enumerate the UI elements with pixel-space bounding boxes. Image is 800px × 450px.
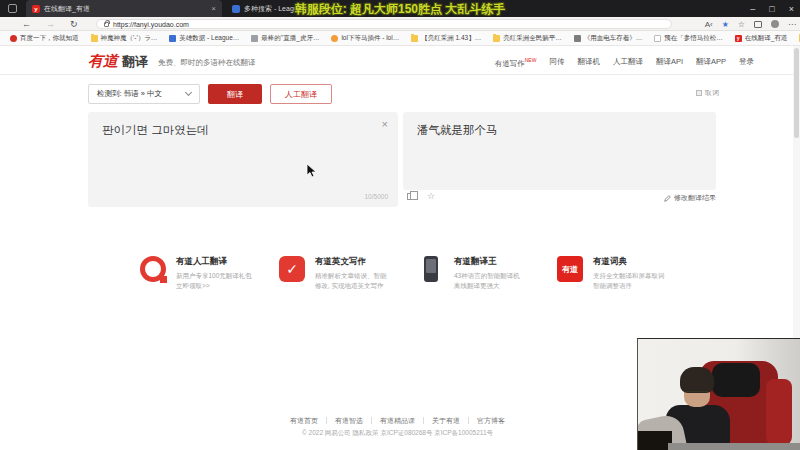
footer-link-home[interactable]: 有道首页 — [282, 417, 327, 424]
footer-link-zhixuan[interactable]: 有道智选 — [327, 417, 372, 424]
bookmark-home[interactable]: 《用血电车存着》… — [574, 34, 643, 43]
favorites-star-icon[interactable]: ★ — [722, 20, 729, 29]
pick-word-icon — [696, 90, 702, 96]
language-select[interactable]: 检测到: 韩语 » 中文 — [88, 84, 200, 104]
login-link[interactable]: 登录 — [739, 57, 754, 67]
favorite-star-icon[interactable]: ☆ — [427, 191, 435, 201]
language-select-value: 检测到: 韩语 » 中文 — [97, 89, 162, 99]
collections-icon[interactable] — [754, 21, 762, 28]
lol-favicon — [232, 5, 240, 13]
pencil-icon — [664, 195, 671, 202]
site-nav: 有道写作NEW 同传 翻译机 人工翻译 翻译API 翻译APP 登录 — [495, 57, 754, 69]
footer-link-course[interactable]: 有道精品课 — [372, 417, 424, 424]
baidu-icon — [10, 35, 17, 42]
site-icon — [251, 35, 258, 42]
desk-object — [638, 431, 672, 450]
desk-edge — [668, 443, 800, 450]
address-bar[interactable]: https://fanyi.youdao.com — [96, 19, 672, 29]
bookmark-youdao[interactable]: y在线翻译_有道 — [735, 34, 788, 43]
chevron-down-icon — [185, 89, 192, 96]
site-tagline: 免费、即时的多语种在线翻译 — [158, 58, 256, 68]
streamer-glasses — [686, 391, 708, 395]
bookmark-page[interactable]: 预在「参悟马拉松… — [654, 34, 723, 43]
result-text: 潘气就是那个马 — [417, 123, 498, 138]
human-translate-icon — [140, 256, 166, 282]
youdao-icon: y — [735, 35, 742, 42]
char-count: 10/5000 — [365, 193, 389, 200]
copy-icon[interactable] — [407, 193, 413, 200]
youdao-dict-icon: 有道 — [557, 256, 583, 282]
nav-rengong[interactable]: 人工翻译 — [613, 57, 643, 67]
feature-human-translate[interactable]: 有道人工翻译 新用户专享100元翻译礼包立即领取>> — [140, 256, 268, 291]
writing-check-icon: ✓ — [279, 256, 305, 282]
webcam-overlay — [637, 338, 800, 450]
bookmark-huya[interactable]: 最棒的''直播_虎牙… — [251, 34, 319, 43]
forward-icon[interactable]: → — [46, 19, 55, 29]
stream-overlay-banner: 韩服段位: 超凡大师150胜点 大乱斗练手 — [295, 1, 506, 18]
favorites-add-icon[interactable]: ☆ — [738, 20, 745, 29]
browser-titlebar: y 在线翻译_有道 × 多种搜索 - League of Legends × +… — [0, 0, 800, 17]
bookmark-baidu[interactable]: 百度一下，你就知道 — [10, 34, 79, 43]
youdao-logo[interactable]: 有道 — [88, 52, 118, 71]
nav-tongchuan[interactable]: 同传 — [549, 57, 564, 67]
tab-youdao[interactable]: y 在线翻译_有道 × — [26, 0, 222, 17]
nav-fanyiji[interactable]: 翻译机 — [577, 57, 600, 67]
more-menu-icon[interactable]: ⋯ — [788, 20, 796, 29]
tab-list-icon[interactable] — [8, 4, 17, 13]
bookmark-folder-2[interactable]: 【亮红采洲 1.43】… — [411, 34, 481, 43]
mouse-cursor — [306, 163, 318, 179]
bookmark-lol-plugin[interactable]: lol下等马插件 - lol… — [331, 34, 399, 43]
feature-dictionary[interactable]: 有道 有道词典 支持全文翻译和屏幕取词智能调整语序 — [557, 256, 685, 291]
home-icon — [574, 35, 581, 42]
pick-word-toggle[interactable]: 取词 — [696, 88, 719, 98]
nav-xiezuo[interactable]: 有道写作NEW — [495, 57, 537, 69]
edit-result-link[interactable]: 修改翻译结果 — [664, 193, 716, 203]
fanyi-logo[interactable]: 翻译 — [122, 53, 148, 71]
footer-link-blog[interactable]: 官方博客 — [469, 417, 513, 424]
clear-input-icon[interactable]: × — [382, 118, 388, 130]
screenshot-root: { "overlay": { "banner": "韩服段位: 超凡大师150胜… — [0, 0, 800, 450]
scrollbar-thumb[interactable] — [794, 48, 799, 138]
footer-link-about[interactable]: 关于有道 — [424, 417, 469, 424]
streamer-hair — [680, 367, 714, 393]
read-aloud-icon[interactable]: A‹ — [705, 20, 713, 29]
feature-english-writing[interactable]: ✓ 有道英文写作 精准解析文章错误、智能修改, 实现地道英文写作 — [279, 256, 407, 291]
chair-headrest — [712, 363, 760, 397]
source-text[interactable]: 판이기면 그마였는데 — [102, 123, 209, 138]
source-text-panel[interactable]: 판이기면 그마였는데 × 10/5000 — [88, 112, 398, 207]
chair-wing — [766, 379, 792, 445]
url-text: https://fanyi.youdao.com — [113, 21, 189, 28]
nav-api[interactable]: 翻译API — [656, 57, 683, 67]
result-toolbar: ☆ 修改翻译结果 — [403, 192, 716, 206]
folder-icon — [91, 35, 98, 42]
close-button[interactable]: × — [789, 4, 794, 14]
refresh-icon[interactable]: ↻ — [70, 19, 78, 29]
folder-icon — [411, 35, 418, 42]
site-icon — [331, 35, 338, 42]
back-icon[interactable]: ← — [22, 19, 31, 29]
new-badge: NEW — [525, 57, 537, 63]
tab-close-icon[interactable]: × — [211, 4, 216, 13]
lock-icon — [104, 22, 109, 27]
minimize-button[interactable]: – — [750, 4, 755, 14]
tab-title: 在线翻译_有道 — [44, 4, 207, 14]
feature-translator-device[interactable]: 有道翻译王 43种语言的智能翻译机离线翻译更强大 — [418, 256, 546, 291]
youdao-favicon: y — [32, 5, 40, 13]
browser-toolbar: ← → ↻ https://fanyi.youdao.com A‹ ★ ☆ ⋯ — [0, 17, 800, 31]
nav-app[interactable]: 翻译APP — [696, 57, 726, 67]
bookmarks-bar: 百度一下，你就知道 神魔神魔（'-'）ラ… 英雄数据 - League… 最棒的… — [0, 31, 800, 46]
human-translate-button[interactable]: 人工翻译 — [270, 84, 332, 104]
bookmark-folder-1[interactable]: 神魔神魔（'-'）ラ… — [91, 34, 158, 43]
translator-device-icon — [424, 256, 438, 282]
translate-button[interactable]: 翻译 — [208, 84, 262, 104]
feature-row: 有道人工翻译 新用户专享100元翻译礼包立即领取>> ✓ 有道英文写作 精准解析… — [140, 256, 685, 291]
site-header: 有道 翻译 免费、即时的多语种在线翻译 有道写作NEW 同传 翻译机 人工翻译 … — [0, 46, 800, 75]
result-text-panel: 潘气就是那个马 — [403, 112, 716, 190]
page-icon — [654, 35, 661, 42]
bookmark-folder-3[interactable]: 亮红采洲全民躺平… — [493, 34, 562, 43]
profile-avatar-icon[interactable] — [771, 20, 779, 28]
bookmark-lol-data[interactable]: 英雄数据 - League… — [169, 34, 239, 43]
maximize-button[interactable]: □ — [769, 4, 774, 14]
folder-icon — [493, 35, 500, 42]
site-icon — [169, 35, 176, 42]
